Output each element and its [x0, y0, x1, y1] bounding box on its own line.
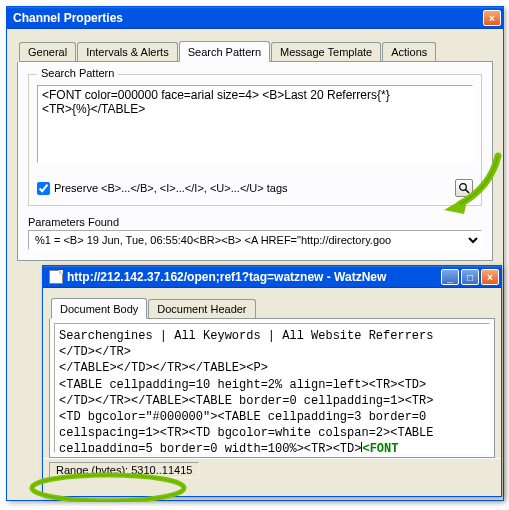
- close-button[interactable]: ×: [483, 10, 501, 26]
- preserve-tags-checkbox[interactable]: [37, 182, 50, 195]
- tab-row-2: Document Body Document Header: [51, 298, 495, 319]
- window-title: http://212.142.37.162/open;ref1?tag=watz…: [49, 270, 439, 284]
- window-title: Channel Properties: [13, 11, 481, 25]
- minimize-button[interactable]: _: [441, 269, 459, 285]
- svg-line-1: [466, 190, 470, 194]
- tab-search-pattern[interactable]: Search Pattern: [179, 41, 270, 62]
- titlebar: Channel Properties ×: [7, 7, 503, 29]
- document-body-text[interactable]: Searchengines | All Keywords | All Websi…: [54, 323, 490, 453]
- tab-general[interactable]: General: [19, 42, 76, 61]
- range-status: Range (bytes): 5310..11415: [49, 462, 199, 478]
- tab-document-header[interactable]: Document Header: [148, 299, 255, 318]
- fieldset-legend: Search Pattern: [37, 67, 118, 79]
- maximize-button[interactable]: □: [461, 269, 479, 285]
- svg-point-0: [460, 184, 467, 191]
- tab-message-template[interactable]: Message Template: [271, 42, 381, 61]
- body-prefix: Searchengines | All Keywords | All Websi…: [59, 329, 433, 453]
- magnify-button[interactable]: [455, 179, 473, 197]
- search-pattern-fieldset: Search Pattern <FONT color=000000 face=a…: [28, 74, 482, 206]
- status-bar: Range (bytes): 5310..11415: [43, 458, 501, 481]
- preserve-tags-label[interactable]: Preserve <B>...</B>, <I>...</I>, <U>...<…: [37, 182, 288, 195]
- preserve-tags-text: Preserve <B>...</B>, <I>...</I>, <U>...<…: [54, 182, 288, 194]
- titlebar: http://212.142.37.162/open;ref1?tag=watz…: [43, 266, 501, 288]
- page-icon: [49, 270, 63, 284]
- watznew-window: http://212.142.37.162/open;ref1?tag=watz…: [42, 265, 502, 497]
- tab-row: General Intervals & Alerts Search Patter…: [19, 41, 493, 62]
- tab-actions[interactable]: Actions: [382, 42, 436, 61]
- close-button[interactable]: ×: [481, 269, 499, 285]
- window-title-text: http://212.142.37.162/open;ref1?tag=watz…: [67, 270, 386, 284]
- pattern-textarea[interactable]: <FONT color=000000 face=arial size=4> <B…: [37, 85, 473, 163]
- parameters-dropdown[interactable]: %1 = <B> 19 Jun, Tue, 06:55:40<BR><B> <A…: [28, 230, 482, 250]
- parameters-found-label: Parameters Found: [28, 216, 482, 228]
- tab-intervals[interactable]: Intervals & Alerts: [77, 42, 178, 61]
- search-icon: [458, 182, 470, 194]
- tab-document-body[interactable]: Document Body: [51, 298, 147, 319]
